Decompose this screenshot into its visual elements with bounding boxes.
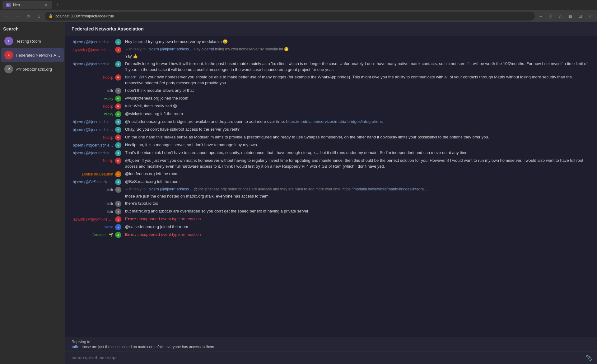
tab-favicon: N xyxy=(6,3,11,7)
msg-sender-22: Armando 🌱 A xyxy=(72,231,121,238)
sender-name-19: tulir xyxy=(107,209,113,214)
sender-name-14: Noclip xyxy=(103,159,113,163)
error-label-20: Error: xyxy=(125,217,136,221)
msg-content-4: bjoern: With your own homeserver you sho… xyxy=(125,74,591,86)
sender-name-16: bjoern (@BeS:matrix.org) xyxy=(73,180,113,184)
back-button[interactable]: ← xyxy=(2,12,12,21)
msg-sender-18: tulir t xyxy=(72,200,121,207)
msg-content-7: tulir: Well, that's really sad ☹ ... xyxy=(125,103,591,109)
browser-tab-neo[interactable]: N Neo ✕ xyxy=(2,1,52,9)
msg-sender-2: jaywink (@jaywink:feder... j xyxy=(72,46,121,53)
chat-header-title: Federated Networks Association xyxy=(72,26,144,31)
app-container: Search T Testing Room F Federated Networ… xyxy=(0,22,597,364)
msg-link-1[interactable]: bjoernd xyxy=(133,39,147,44)
table-row: Noclip N bjoern: With your own homeserve… xyxy=(65,73,597,87)
table-row: Noclip N @bjoern If you just want you ow… xyxy=(65,157,597,170)
msg-content-22: Error: unsupported event type: m.reactio… xyxy=(125,231,591,238)
sender-avatar-9: b xyxy=(115,119,121,125)
msg-content-12: Noclip: no, it is a manages server, so I… xyxy=(125,142,591,148)
forward-button[interactable]: → xyxy=(13,12,22,21)
sender-avatar-5: t xyxy=(115,88,121,94)
room-item-federated[interactable]: F Federated Networks Ass... xyxy=(1,48,64,62)
table-row: Louise de Beaufort L @lou:feneas.org lef… xyxy=(65,170,597,178)
msg-sender-14: Noclip N xyxy=(72,157,121,164)
table-row: jaywink (@jaywink:feder... j Error: unsu… xyxy=(65,215,597,223)
sidebar: Search T Testing Room F Federated Networ… xyxy=(0,22,65,364)
reply-block-17: ↳ In reply to: bjoern (@bjoern:schiess..… xyxy=(125,186,591,192)
sender-avatar-18: t xyxy=(115,201,121,207)
msg-mention-7[interactable]: tulir xyxy=(125,104,132,108)
msg-content-19: but matrix.org and t2bot.io are overload… xyxy=(125,208,591,214)
reply-bar-text: those are just the ones hosted on matrix… xyxy=(82,345,214,349)
msg-content-13: That's the nice think I don't have to ca… xyxy=(125,150,591,156)
table-row: wicky w @wicky:feneas.org joined the roo… xyxy=(65,95,597,102)
reply-link-17[interactable]: https://modular.im/services/matrix-bridg… xyxy=(343,187,427,191)
room-avatar-riot-bot: R xyxy=(4,65,13,73)
sender-avatar-12: b xyxy=(115,142,121,148)
library-button[interactable]: ▦ xyxy=(566,12,575,21)
sender-avatar-16: b xyxy=(115,179,121,185)
chat-area: Federated Networks Association bjoern (@… xyxy=(65,22,597,364)
sender-name-10: bjoern (@bjoern:schiess... xyxy=(73,128,113,132)
sender-avatar-21: s xyxy=(115,224,121,230)
address-bar[interactable]: 🔒 localhost:3000/?compactMode=true xyxy=(45,12,535,21)
sender-name-5: tulir xyxy=(107,89,113,93)
lock-icon: 🔒 xyxy=(49,14,53,18)
sender-name-15: Louise de Beaufort xyxy=(82,172,113,176)
sender-name-21: satse xyxy=(104,225,113,229)
new-tab-button[interactable]: + xyxy=(54,1,62,9)
sender-avatar-19: t xyxy=(115,208,121,215)
sender-name-17: tulir xyxy=(107,188,113,192)
error-text-20: unsupported event type: m.reaction xyxy=(138,217,201,221)
msg-link-9[interactable]: https://modular.im/services/matrix-bridg… xyxy=(286,119,383,124)
msg-mention-4[interactable]: bjoern xyxy=(125,75,136,79)
star-button[interactable]: ☆ xyxy=(556,12,565,21)
sender-name-1: bjoern (@bjoern:schiess... xyxy=(73,40,113,44)
reply-link-2[interactable]: bjoernd xyxy=(202,47,214,51)
msg-sender-6: wicky w xyxy=(72,95,121,102)
messages-container[interactable]: bjoern (@bjoern:schiess... b Hey bjoernd… xyxy=(65,35,597,337)
table-row: Noclip N On the one hand this makes sens… xyxy=(65,133,597,141)
table-row: bjoern (@BeS:matrix.org) b @BeS:matrix.o… xyxy=(65,178,597,186)
refresh-button[interactable]: ↺ xyxy=(24,12,33,21)
room-item-riot-bot[interactable]: R @riot-bot:matrix.org xyxy=(1,62,64,76)
message-input[interactable] xyxy=(70,356,583,360)
room-avatar-testing: T xyxy=(4,37,13,45)
browser-chrome: N Neo ✕ + ← → ↺ ⌂ 🔒 localhost:3000/?comp… xyxy=(0,0,597,22)
attach-button[interactable]: 📎 xyxy=(586,355,592,361)
sidebar-search-label: Search xyxy=(0,22,65,34)
room-item-testing[interactable]: T Testing Room xyxy=(1,34,64,48)
sender-name-6: wicky xyxy=(104,96,113,101)
sender-avatar-2: j xyxy=(115,47,121,53)
sender-avatar-10: b xyxy=(115,127,121,133)
profile-button[interactable]: ○ xyxy=(586,12,595,21)
extensions-button[interactable]: ··· xyxy=(536,12,545,21)
bookmark-button[interactable]: ♡ xyxy=(546,12,555,21)
msg-sender-8: wicky w xyxy=(72,111,121,117)
table-row: tulir t there's t2bot.io too xyxy=(65,200,597,208)
msg-content-8: @wicky:feneas.org left the room xyxy=(125,111,591,117)
home-button[interactable]: ⌂ xyxy=(34,12,44,21)
msg-content-20: Error: unsupported event type: m.reactio… xyxy=(125,216,591,222)
synced-tabs-button[interactable]: ⊡ xyxy=(576,12,585,21)
reply-bar: Replying to: tulir those are just the on… xyxy=(65,337,597,352)
msg-sender-13: bjoern (@bjoern:schiess... b xyxy=(72,150,121,156)
sender-avatar-14: N xyxy=(115,158,121,164)
sender-avatar-1: b xyxy=(115,39,121,45)
table-row: jaywink (@jaywink:feder... j ↳ In reply … xyxy=(65,46,597,60)
error-text-22: unsupported event type: m.reaction xyxy=(138,232,201,237)
sender-name-12: bjoern (@bjoern:schiess... xyxy=(73,143,113,147)
msg-content-18: there's t2bot.io too xyxy=(125,200,591,207)
sender-avatar-6: w xyxy=(115,96,121,102)
msg-content-17: ↳ In reply to: bjoern (@bjoern:schiess..… xyxy=(125,186,591,199)
sender-name-18: tulir xyxy=(107,202,113,206)
msg-sender-12: bjoern (@bjoern:schiess... b xyxy=(72,142,121,148)
sender-avatar-22: A xyxy=(115,232,121,238)
sender-name-11: Noclip xyxy=(103,135,113,140)
msg-sender-5: tulir t xyxy=(72,87,121,94)
nav-right-buttons: ··· ♡ ☆ ▦ ⊡ ○ xyxy=(536,12,595,21)
msg-sender-4: Noclip N xyxy=(72,74,121,81)
msg-sender-11: Noclip N xyxy=(72,134,121,141)
close-tab-button[interactable]: ✕ xyxy=(44,2,49,7)
table-row: bjoern (@bjoern:schiess... b That's the … xyxy=(65,149,597,157)
